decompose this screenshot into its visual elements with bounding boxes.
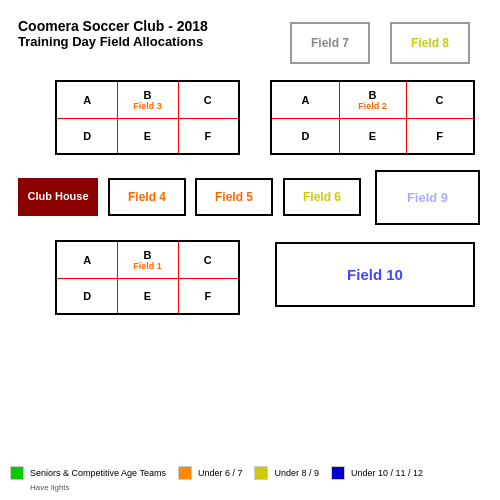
club-house-box: Club House: [18, 178, 98, 216]
cell-f1: F: [178, 119, 238, 155]
cell-f2: F: [406, 119, 473, 155]
cell-d2: D: [272, 119, 339, 155]
legend-blue-box: [331, 466, 345, 480]
cell-c1: C: [178, 82, 238, 118]
field9-label: Field 9: [407, 190, 448, 205]
cell-d1: D: [57, 119, 117, 155]
cell-a1: A: [57, 82, 117, 118]
field10-label: Field 10: [347, 266, 403, 283]
cell-c2: C: [406, 82, 473, 118]
field7-box: Field 7: [290, 22, 370, 64]
cell-e1: E: [117, 119, 177, 155]
legend-label-4: Under 10 / 11 / 12: [351, 468, 423, 478]
title-block: Coomera Soccer Club - 2018 Training Day …: [18, 18, 208, 49]
legend-row-1: Seniors & Competitive Age Teams Under 6 …: [10, 466, 423, 480]
cell-b1: B Field 3: [117, 82, 177, 118]
field7-label: Field 7: [311, 36, 349, 50]
page: Coomera Soccer Club - 2018 Training Day …: [0, 0, 500, 500]
cell-b2: B Field 2: [339, 82, 406, 118]
legend-orange-box: [178, 466, 192, 480]
field9-box: Field 9: [375, 170, 480, 225]
grid-field1: A B Field 1 C D E F: [55, 240, 240, 315]
title-line1: Coomera Soccer Club - 2018: [18, 18, 208, 34]
legend-green-box: [10, 466, 24, 480]
cell-b3: B Field 1: [117, 242, 177, 278]
cell-e3: E: [117, 279, 177, 315]
cell-e2: E: [339, 119, 406, 155]
cell-a2: A: [272, 82, 339, 118]
grid-field2: A B Field 2 C D E F: [270, 80, 475, 155]
cell-a3: A: [57, 242, 117, 278]
field4-box: Field 4: [108, 178, 186, 216]
field10-box: Field 10: [275, 242, 475, 307]
legend-label-2: Under 6 / 7: [198, 468, 243, 478]
field5-box: Field 5: [195, 178, 273, 216]
field4-label: Field 4: [128, 190, 166, 204]
field5-label: Field 5: [215, 190, 253, 204]
title-line2: Training Day Field Allocations: [18, 34, 208, 49]
legend-label-3: Under 8 / 9: [274, 468, 319, 478]
legend: Seniors & Competitive Age Teams Under 6 …: [10, 466, 423, 492]
field6-label: Field 6: [303, 190, 341, 204]
legend-label-1: Seniors & Competitive Age Teams: [30, 468, 166, 478]
cell-f3: F: [178, 279, 238, 315]
field8-box: Field 8: [390, 22, 470, 64]
cell-c3: C: [178, 242, 238, 278]
legend-yellow-box: [254, 466, 268, 480]
legend-note: Have lights: [30, 483, 423, 492]
cell-d3: D: [57, 279, 117, 315]
club-house-label: Club House: [27, 190, 88, 203]
field6-box: Field 6: [283, 178, 361, 216]
field8-label: Field 8: [411, 36, 449, 50]
grid-field3: A B Field 3 C D E F: [55, 80, 240, 155]
